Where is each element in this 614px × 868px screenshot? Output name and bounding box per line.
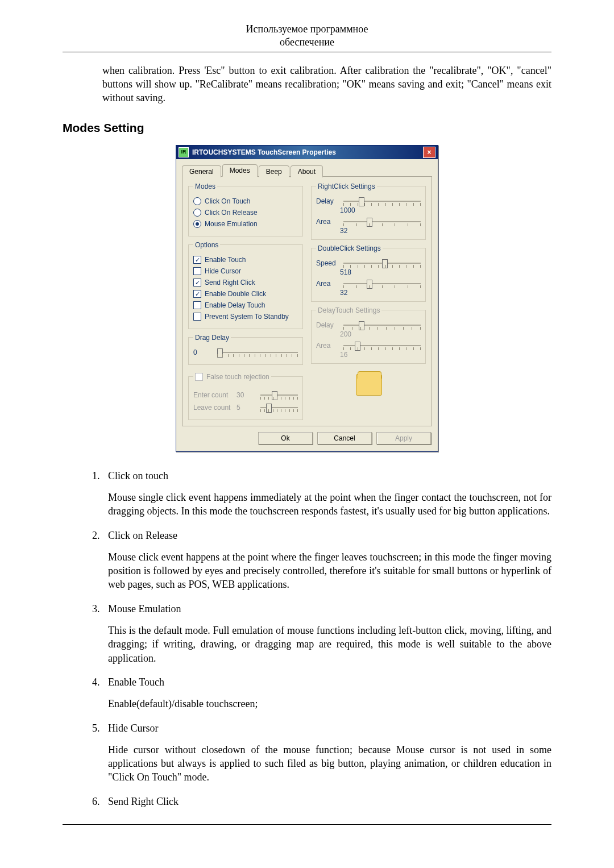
options-legend: Options: [193, 241, 220, 249]
check-label: False touch rejection: [206, 373, 269, 381]
list-item-body: Hide cursor without closedown of the mou…: [108, 743, 551, 784]
radio-label: Mouse Emulation: [205, 220, 258, 228]
doubleclick-speed-label: Speed: [316, 259, 340, 267]
leave-count-label: Leave count: [193, 404, 233, 412]
apply-button[interactable]: Apply: [376, 432, 431, 445]
check-label: Enable Touch: [205, 256, 246, 264]
checkbox-icon: [195, 373, 203, 381]
delaytouch-area-label: Area: [316, 342, 340, 350]
checkbox-icon: ✓: [193, 290, 201, 298]
drag-delay-value: 0: [193, 348, 214, 356]
radio-click-on-touch[interactable]: Click On Touch: [193, 197, 298, 205]
list-item: Mouse Emulation This is the default mode…: [102, 602, 551, 665]
rightclick-area-label: Area: [316, 218, 340, 226]
titlebar: IR IRTOUCHSYSTEMS TouchScreen Properties…: [176, 146, 438, 159]
list-item-body: Enable(default)/disable touchscreen;: [108, 697, 551, 711]
tab-beep[interactable]: Beep: [259, 165, 289, 177]
list-item-body: Mouse single click event happens immedia…: [108, 491, 551, 518]
tab-modes[interactable]: Modes: [222, 164, 258, 177]
list-item-title: Click on touch: [108, 469, 551, 483]
doubleclick-speed-slider[interactable]: [343, 258, 421, 268]
list-item: Hide Cursor Hide cursor without closedow…: [102, 721, 551, 784]
checkbox-icon: ✓: [193, 256, 201, 264]
delaytouch-area-slider: [343, 340, 421, 351]
radio-icon: [193, 220, 201, 228]
delaytouch-delay-slider: [343, 320, 421, 330]
delaytouch-area-value: 16: [340, 351, 421, 359]
doubleclick-legend: DoubleClick Settings: [316, 244, 383, 252]
modes-group: Modes Click On Touch Click On Release Mo…: [188, 182, 303, 236]
rightclick-area-value: 32: [340, 227, 421, 235]
description-list: Click on touch Mouse single click event …: [85, 469, 551, 808]
intro-paragraph: when calibration. Press 'Esc" button to …: [102, 64, 551, 105]
enter-count-value: 30: [237, 391, 257, 399]
check-label: Enable Double Click: [205, 290, 266, 298]
delaytouch-delay-value: 200: [340, 330, 421, 338]
radio-label: Click On Touch: [205, 197, 250, 205]
false-touch-group: False touch rejection Enter count 30: [188, 369, 303, 420]
close-icon: ×: [427, 148, 431, 156]
dialog-button-row: Ok Cancel Apply: [176, 426, 438, 451]
check-enable-touch[interactable]: ✓ Enable Touch: [193, 256, 298, 264]
check-label: Enable Delay Touch: [205, 301, 265, 309]
tab-page-modes: Modes Click On Touch Click On Release Mo…: [182, 176, 432, 426]
tab-about[interactable]: About: [291, 165, 323, 177]
doubleclick-area-slider[interactable]: [343, 279, 421, 289]
enter-count-slider: [260, 390, 298, 400]
list-item-title: Enable Touch: [108, 675, 551, 689]
list-item-title: Hide Cursor: [108, 721, 551, 735]
drag-delay-legend: Drag Delay: [193, 334, 231, 342]
check-label: Send Right Click: [205, 279, 255, 286]
check-enable-double-click[interactable]: ✓ Enable Double Click: [193, 290, 298, 298]
rightclick-group: RightClick Settings Delay 1000 Area: [311, 182, 426, 240]
doubleclick-group: DoubleClick Settings Speed 518 Area: [311, 244, 426, 302]
radio-mouse-emulation[interactable]: Mouse Emulation: [193, 220, 298, 228]
tab-general[interactable]: General: [182, 165, 221, 177]
check-label: Hide Cursor: [205, 267, 241, 275]
tab-strip: General Modes Beep About: [176, 159, 438, 176]
folder-icon: [356, 374, 381, 394]
check-false-touch-rejection[interactable]: False touch rejection: [195, 373, 269, 381]
checkbox-icon: [193, 301, 201, 309]
ok-button[interactable]: Ok: [258, 432, 313, 445]
close-button[interactable]: ×: [423, 147, 435, 158]
checkbox-icon: ✓: [193, 279, 201, 286]
list-item: Enable Touch Enable(default)/disable tou…: [102, 675, 551, 711]
header-line-1: Используемое программное: [63, 23, 551, 36]
radio-icon: [193, 209, 201, 217]
check-enable-delay-touch[interactable]: Enable Delay Touch: [193, 301, 298, 309]
rightclick-delay-label: Delay: [316, 197, 340, 205]
list-item-body: This is the default mode. Full emulation…: [108, 624, 551, 665]
doubleclick-area-value: 32: [340, 289, 421, 297]
checkbox-icon: [193, 313, 201, 321]
check-send-right-click[interactable]: ✓ Send Right Click: [193, 279, 298, 286]
section-heading: Modes Setting: [63, 121, 551, 135]
dialog-title: IRTOUCHSYSTEMS TouchScreen Properties: [192, 148, 336, 156]
page-header: Используемое программное обеспечение: [63, 23, 551, 49]
rightclick-area-slider[interactable]: [343, 217, 421, 227]
list-item-title: Mouse Emulation: [108, 602, 551, 616]
check-label: Prevent System To Standby: [205, 313, 289, 321]
cancel-button[interactable]: Cancel: [317, 432, 372, 445]
rightclick-delay-slider[interactable]: [343, 196, 421, 206]
radio-label: Click On Release: [205, 209, 258, 217]
drag-delay-slider[interactable]: [217, 347, 298, 358]
properties-dialog: IR IRTOUCHSYSTEMS TouchScreen Properties…: [176, 145, 438, 452]
modes-legend: Modes: [193, 182, 217, 190]
rightclick-legend: RightClick Settings: [316, 182, 377, 190]
checkbox-icon: [193, 267, 201, 275]
leave-count-value: 5: [237, 404, 257, 412]
rightclick-delay-value: 1000: [340, 206, 421, 214]
check-hide-cursor[interactable]: Hide Cursor: [193, 267, 298, 275]
list-item-body: Mouse click event happens at the point w…: [108, 550, 551, 592]
doubleclick-speed-value: 518: [340, 268, 421, 276]
app-icon: IR: [179, 147, 189, 157]
list-item-title: Send Right Click: [108, 795, 551, 808]
check-prevent-standby[interactable]: Prevent System To Standby: [193, 313, 298, 321]
doubleclick-area-label: Area: [316, 280, 340, 288]
footer-rule: [63, 824, 551, 825]
radio-icon: [193, 197, 201, 205]
header-rule: [63, 52, 551, 52]
radio-click-on-release[interactable]: Click On Release: [193, 209, 298, 217]
list-item-title: Click on Release: [108, 529, 551, 542]
